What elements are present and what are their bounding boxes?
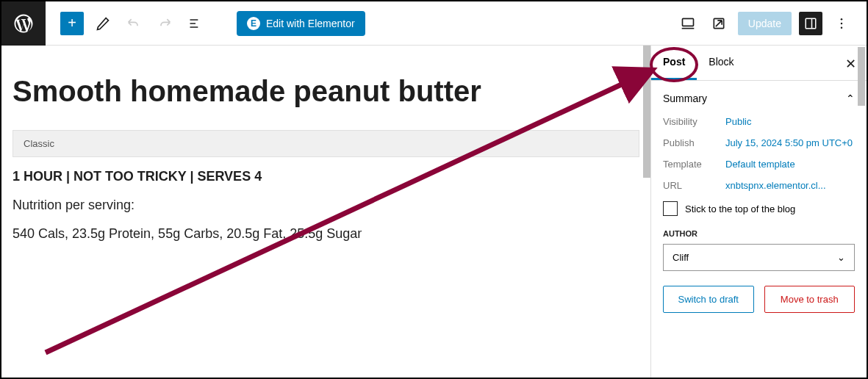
stick-checkbox-row: Stick to the top of the blog bbox=[663, 201, 855, 216]
add-block-button[interactable]: + bbox=[60, 12, 84, 35]
stick-label: Stick to the top of the blog bbox=[685, 203, 795, 214]
publish-value[interactable]: July 15, 2024 5:50 pm UTC+0 bbox=[725, 137, 855, 148]
svg-rect-0 bbox=[682, 18, 693, 26]
chevron-up-icon: ⌃ bbox=[846, 93, 855, 104]
summary-panel-header[interactable]: Summary ⌃ bbox=[663, 93, 855, 104]
template-label: Template bbox=[663, 159, 725, 170]
svg-point-4 bbox=[841, 22, 843, 24]
move-to-trash-button[interactable]: Move to trash bbox=[764, 286, 856, 313]
elementor-label: Edit with Elementor bbox=[266, 18, 355, 29]
summary-title: Summary bbox=[663, 93, 707, 104]
url-row: URL xnbtspnx.elementor.cl... bbox=[663, 180, 855, 191]
switch-to-draft-button[interactable]: Switch to draft bbox=[663, 286, 754, 313]
content-line-2[interactable]: Nutrition per serving: bbox=[12, 198, 639, 213]
svg-point-5 bbox=[841, 26, 843, 29]
template-value[interactable]: Default template bbox=[725, 159, 855, 170]
edit-tools-icon[interactable] bbox=[91, 12, 115, 35]
main-area: Smooth homemade peanut butter Classic 1 … bbox=[1, 46, 867, 378]
settings-sidebar: Post Block ✕ Summary ⌃ Visibility Public… bbox=[650, 46, 867, 378]
author-select[interactable]: Cliff ⌄ bbox=[663, 244, 855, 271]
content-line-3[interactable]: 540 Cals, 23.5g Protein, 55g Carbs, 20.5… bbox=[12, 226, 639, 242]
visibility-value[interactable]: Public bbox=[725, 116, 855, 127]
elementor-icon: E bbox=[247, 17, 260, 30]
content-scrollbar[interactable] bbox=[643, 46, 650, 178]
options-menu-icon[interactable] bbox=[830, 12, 853, 35]
document-overview-icon[interactable] bbox=[184, 12, 207, 35]
toolbar-right: Update bbox=[676, 12, 867, 35]
author-value: Cliff bbox=[672, 252, 689, 263]
tab-post[interactable]: Post bbox=[651, 46, 697, 80]
svg-point-3 bbox=[841, 18, 843, 20]
view-post-icon[interactable] bbox=[707, 12, 731, 35]
action-row: Switch to draft Move to trash bbox=[663, 286, 855, 313]
undo-icon[interactable] bbox=[122, 12, 146, 35]
visibility-row: Visibility Public bbox=[663, 116, 855, 127]
stick-checkbox[interactable] bbox=[663, 201, 678, 216]
edit-with-elementor-button[interactable]: E Edit with Elementor bbox=[237, 11, 365, 36]
classic-block-label[interactable]: Classic bbox=[12, 130, 639, 157]
close-sidebar-icon[interactable]: ✕ bbox=[845, 56, 856, 72]
publish-row: Publish July 15, 2024 5:50 pm UTC+0 bbox=[663, 137, 855, 148]
settings-sidebar-toggle[interactable] bbox=[799, 12, 822, 35]
content-line-1[interactable]: 1 HOUR | NOT TOO TRICKY | SERVES 4 bbox=[12, 169, 639, 184]
preview-desktop-icon[interactable] bbox=[676, 12, 700, 35]
post-title[interactable]: Smooth homemade peanut butter bbox=[12, 75, 639, 108]
top-toolbar: + E Edit with Elementor Update bbox=[1, 1, 867, 46]
redo-icon[interactable] bbox=[153, 12, 176, 35]
url-label: URL bbox=[663, 180, 725, 191]
template-row: Template Default template bbox=[663, 159, 855, 170]
wordpress-logo[interactable] bbox=[1, 1, 46, 46]
toolbar-left: + E Edit with Elementor bbox=[46, 11, 365, 36]
chevron-down-icon: ⌄ bbox=[837, 252, 845, 263]
editor-content[interactable]: Smooth homemade peanut butter Classic 1 … bbox=[1, 46, 650, 378]
window-scrollbar[interactable] bbox=[858, 47, 865, 106]
url-value[interactable]: xnbtspnx.elementor.cl... bbox=[725, 180, 855, 191]
visibility-label: Visibility bbox=[663, 116, 725, 127]
svg-rect-2 bbox=[806, 18, 816, 29]
update-label: Update bbox=[748, 18, 781, 29]
publish-label: Publish bbox=[663, 137, 725, 148]
summary-panel: Summary ⌃ Visibility Public Publish July… bbox=[651, 81, 867, 328]
update-button[interactable]: Update bbox=[738, 12, 792, 35]
tab-block[interactable]: Block bbox=[697, 46, 745, 80]
author-heading: AUTHOR bbox=[663, 229, 855, 238]
sidebar-tabs: Post Block ✕ bbox=[651, 46, 867, 81]
